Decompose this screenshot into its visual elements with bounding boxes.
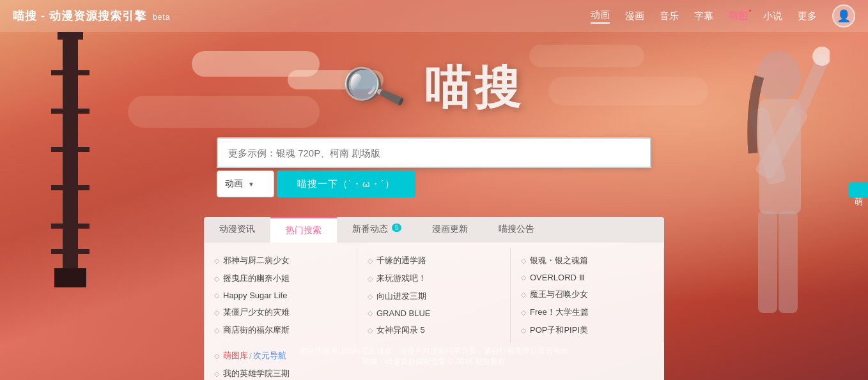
diamond-icon: ◇ [521, 308, 526, 317]
side-tab[interactable]: 萌 [849, 183, 868, 198]
diamond-icon: ◇ [368, 309, 373, 317]
nav-links: 动画 漫画 音乐 字幕 萌图 小说 更多 👤 [591, 4, 855, 27]
diamond-icon: ◇ [368, 275, 373, 283]
list-item[interactable]: ◇ 邪神与厨二病少女 [214, 252, 346, 270]
list-item[interactable]: ◇ Happy Sugar Life [214, 287, 346, 303]
list-item[interactable]: ◇ 女神异闻录 5 [368, 321, 500, 339]
brand-title-text: 喵搜 - 动漫资源搜索引擎 [13, 10, 146, 22]
logo-magnifier-icon: 🔍 [336, 52, 412, 124]
list-item[interactable]: ◇ 来玩游戏吧！ [368, 270, 500, 287]
search-input[interactable] [218, 139, 650, 167]
nav-music[interactable]: 音乐 [660, 10, 679, 22]
diamond-icon: ◇ [521, 273, 526, 282]
list-item[interactable]: ◇ 银魂・银之魂篇 [521, 252, 653, 270]
nav-animation[interactable]: 动画 [591, 9, 610, 24]
search-area: 动画 ▼ 喵搜一下（`・ω・´） [217, 137, 651, 197]
diamond-icon: ◇ [521, 257, 526, 265]
brand-beta: beta [153, 13, 170, 22]
list-item[interactable]: ◇ POP子和PIPI美 [521, 321, 653, 339]
list-item[interactable]: ◇ 向山进发三期 [368, 287, 500, 305]
tower-decoration [51, 32, 89, 287]
svg-rect-7 [779, 211, 798, 313]
list-item[interactable]: ◇ Free！大学生篇 [521, 303, 653, 321]
diamond-icon: ◇ [521, 326, 526, 335]
user-avatar[interactable]: 👤 [832, 4, 855, 27]
brand-title: 喵搜 - 动漫资源搜索引擎 beta [13, 8, 170, 24]
list-item[interactable]: ◇ 魔王与召唤少女 [521, 285, 653, 303]
diamond-icon: ◇ [214, 291, 219, 300]
diamond-icon: ◇ [214, 257, 219, 265]
new-badge: 5 [392, 224, 402, 232]
list-item[interactable]: ◇ 摇曳庄的幽奈小姐 [214, 270, 346, 287]
footer: 本站所有资源均由尼虫抓取，喵搜不对搜索结果负责，请自行检查资源是否有效 喵搜 -… [300, 346, 568, 367]
top-nav: 喵搜 - 动漫资源搜索引擎 beta 动画 漫画 音乐 字幕 萌图 小说 更多 … [0, 0, 868, 32]
footer-line1: 本站所有资源均由尼虫抓取，喵搜不对搜索结果负责，请自行检查资源是否有效 [300, 346, 568, 356]
tab-manga[interactable]: 漫画更新 [417, 217, 483, 243]
footer-line2: 喵搜 - 动漫资源搜索引擎 © 2018 尼虫版权 [300, 356, 568, 367]
search-box [217, 137, 651, 168]
diamond-icon: ◇ [368, 326, 373, 335]
tab-new[interactable]: 新番动态 5 [337, 217, 417, 243]
list-item[interactable]: ◇ OVERLORD Ⅲ [521, 270, 653, 285]
diamond-icon: ◇ [214, 308, 219, 317]
dropdown-arrow-icon: ▼ [248, 181, 254, 188]
nav-moe[interactable]: 萌图 [729, 10, 748, 22]
tab-hot[interactable]: 热门搜索 [270, 217, 337, 243]
search-controls: 动画 ▼ 喵搜一下（`・ω・´） [217, 171, 651, 197]
tab-notice[interactable]: 喵搜公告 [483, 217, 550, 243]
content-col-2: ◇ 千缘的通学路 ◇ 来玩游戏吧！ ◇ 向山进发三期 ◇ GRAND BLUE … [357, 248, 511, 343]
diamond-icon: ◇ [368, 257, 373, 265]
category-select[interactable]: 动画 ▼ [217, 171, 274, 197]
content-col-1: ◇ 邪神与厨二病少女 ◇ 摇曳庄的幽奈小姐 ◇ Happy Sugar Life… [204, 248, 357, 343]
nav-subtitle[interactable]: 字幕 [694, 10, 713, 22]
logo-area: 🔍 喵搜 [344, 57, 524, 119]
svg-line-4 [801, 61, 822, 109]
girl-decoration [651, 26, 830, 345]
diamond-icon: ◇ [214, 326, 219, 335]
nav-manga[interactable]: 漫画 [625, 10, 644, 22]
tab-news[interactable]: 动漫资讯 [204, 217, 270, 243]
list-item[interactable]: ◇ 千缘的通学路 [368, 252, 500, 270]
category-label: 动画 [225, 178, 243, 190]
diamond-icon: ◇ [214, 370, 219, 378]
content-col-3: ◇ 银魂・银之魂篇 ◇ OVERLORD Ⅲ ◇ 魔王与召唤少女 ◇ Free！… [511, 248, 664, 343]
list-item[interactable]: ◇ 商店街的福尔摩斯 [214, 321, 346, 339]
list-item[interactable]: ◇ 某僵尸少女的灾难 [214, 303, 346, 321]
tabs-row: 动漫资讯 热门搜索 新番动态 5 漫画更新 喵搜公告 [204, 217, 664, 243]
list-item[interactable]: ◇ GRAND BLUE [368, 305, 500, 321]
logo-text: 喵搜 [424, 63, 524, 114]
diamond-icon: ◇ [521, 291, 526, 299]
moe-library-link: 萌图库 [223, 350, 248, 361]
dimension-nav-link: 次元导航 [253, 350, 286, 361]
diamond-icon: ◇ [214, 275, 219, 283]
svg-rect-6 [758, 211, 777, 313]
search-button[interactable]: 喵搜一下（`・ω・´） [277, 171, 415, 197]
svg-point-0 [756, 51, 801, 102]
nav-more[interactable]: 更多 [798, 10, 817, 22]
diamond-icon: ◇ [368, 293, 373, 301]
nav-novel[interactable]: 小说 [763, 10, 782, 22]
diamond-icon: ◇ [214, 352, 219, 360]
